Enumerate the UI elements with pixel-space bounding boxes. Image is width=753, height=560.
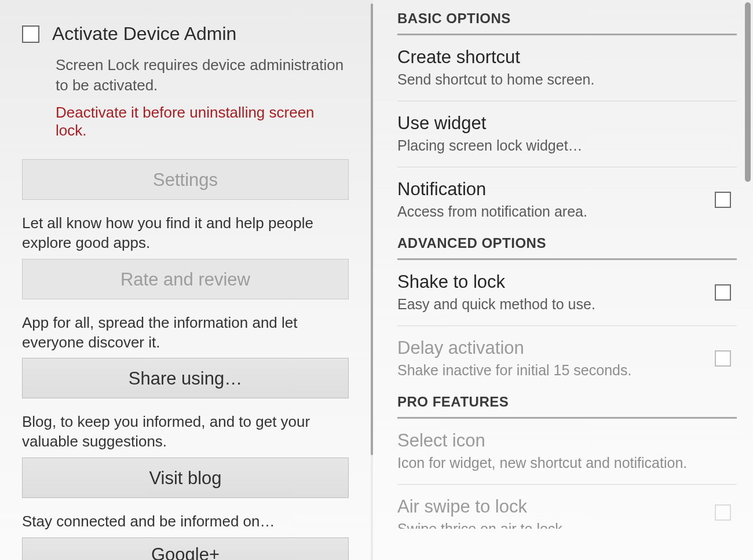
section-pro-features: PRO FEATURES	[397, 394, 737, 419]
select-icon-title: Select icon	[397, 430, 737, 451]
shake-lock-checkbox[interactable]	[715, 284, 731, 301]
activate-admin-row[interactable]: Activate Device Admin	[22, 23, 349, 45]
delay-activation-sub: Shake inactive for initial 15 seconds.	[397, 362, 715, 379]
use-widget-sub: Placing screen lock widget…	[397, 137, 737, 154]
scrollbar[interactable]	[745, 2, 751, 182]
air-swipe-title: Air swipe to lock	[397, 496, 715, 517]
settings-button[interactable]: Settings	[22, 159, 349, 200]
air-swipe-checkbox[interactable]	[715, 504, 731, 521]
notification-checkbox[interactable]	[715, 192, 731, 208]
shake-lock-sub: Easy and quick method to use.	[397, 296, 715, 313]
left-panel: Activate Device Admin Screen Lock requir…	[0, 0, 371, 560]
air-swipe-sub: Swipe thrice on air to lock.	[397, 521, 715, 529]
activate-admin-warning: Deactivate it before uninstalling screen…	[56, 104, 349, 140]
activate-admin-checkbox[interactable]	[22, 25, 39, 43]
googleplus-button[interactable]: Google+	[22, 537, 349, 560]
visit-blog-button[interactable]: Visit blog	[22, 457, 349, 498]
activate-admin-description: Screen Lock requires device administrati…	[56, 55, 349, 96]
air-swipe-row[interactable]: Air swipe to lock Swipe thrice on air to…	[397, 485, 737, 529]
blog-description: Blog, to keep you informed, and to get y…	[22, 412, 349, 452]
googleplus-description: Stay connected and be informed on…	[22, 512, 349, 532]
create-shortcut-row[interactable]: Create shortcut Send shortcut to home sc…	[397, 35, 737, 101]
activate-admin-label: Activate Device Admin	[52, 23, 236, 45]
share-using-button[interactable]: Share using…	[22, 358, 349, 398]
share-description: App for all, spread the information and …	[22, 313, 349, 353]
select-icon-row[interactable]: Select icon Icon for widget, new shortcu…	[397, 419, 737, 485]
create-shortcut-title: Create shortcut	[397, 47, 737, 68]
notification-sub: Access from notification area.	[397, 203, 715, 220]
right-panel: BASIC OPTIONS Create shortcut Send short…	[373, 0, 753, 560]
delay-activation-row[interactable]: Delay activation Shake inactive for init…	[397, 326, 737, 394]
shake-lock-title: Shake to lock	[397, 272, 715, 292]
shake-lock-row[interactable]: Shake to lock Easy and quick method to u…	[397, 260, 737, 326]
use-widget-row[interactable]: Use widget Placing screen lock widget…	[397, 101, 737, 167]
notification-row[interactable]: Notification Access from notification ar…	[397, 167, 737, 235]
rate-description: Let all know how you find it and help pe…	[22, 214, 349, 253]
select-icon-sub: Icon for widget, new shortcut and notifi…	[397, 455, 737, 471]
section-advanced-options: ADVANCED OPTIONS	[397, 235, 737, 260]
notification-title: Notification	[397, 179, 715, 200]
use-widget-title: Use widget	[397, 113, 737, 134]
create-shortcut-sub: Send shortcut to home screen.	[397, 71, 737, 88]
delay-activation-title: Delay activation	[397, 338, 715, 358]
section-basic-options: BASIC OPTIONS	[397, 10, 737, 35]
delay-activation-checkbox[interactable]	[715, 350, 731, 367]
rate-review-button[interactable]: Rate and review	[22, 259, 349, 299]
